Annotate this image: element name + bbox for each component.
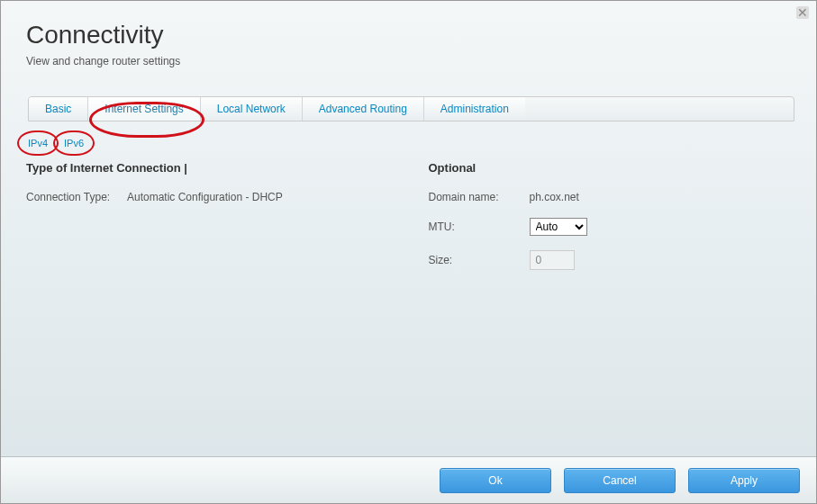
label-connection-type: Connection Type:: [26, 191, 127, 203]
tab-administration[interactable]: Administration: [424, 97, 525, 121]
subtab-ipv6-label: IPv6: [64, 138, 84, 148]
section-title-connection-type: Type of Internet Connection |: [26, 161, 389, 175]
content-body: Type of Internet Connection | Connection…: [1, 156, 816, 284]
left-column: Type of Internet Connection | Connection…: [26, 158, 389, 284]
page-subtitle: View and change router settings: [26, 55, 791, 68]
close-icon[interactable]: ✕: [796, 6, 809, 19]
input-size: [530, 250, 575, 270]
row-connection-type: Connection Type: Automatic Configuration…: [26, 191, 389, 203]
row-size: Size:: [429, 250, 792, 270]
section-title-optional: Optional: [429, 161, 792, 175]
cancel-button[interactable]: Cancel: [564, 468, 676, 493]
ok-button[interactable]: Ok: [440, 468, 551, 493]
sub-tabs: IPv4 IPv6: [24, 136, 816, 150]
connectivity-window: ✕ Connectivity View and change router se…: [0, 0, 817, 504]
subtab-ipv6[interactable]: IPv6: [60, 136, 87, 150]
value-domain-name: ph.cox.net: [530, 191, 579, 203]
value-connection-type: Automatic Configuration - DHCP: [127, 191, 283, 203]
label-mtu: MTU:: [429, 220, 530, 233]
tab-advanced-routing[interactable]: Advanced Routing: [303, 97, 424, 121]
page-title: Connectivity: [26, 21, 791, 50]
main-tabs: Basic Internet Settings Local Network Ad…: [28, 96, 794, 122]
select-mtu[interactable]: Auto: [530, 218, 587, 236]
label-domain-name: Domain name:: [429, 191, 530, 203]
right-column: Optional Domain name: ph.cox.net MTU: Au…: [389, 158, 792, 284]
header: Connectivity View and change router sett…: [1, 1, 816, 76]
footer: Ok Cancel Apply: [1, 456, 816, 503]
subtab-ipv4[interactable]: IPv4: [24, 136, 51, 150]
tab-basic[interactable]: Basic: [29, 97, 88, 121]
apply-button[interactable]: Apply: [688, 468, 800, 493]
subtab-ipv4-label: IPv4: [28, 138, 48, 148]
tab-local-network[interactable]: Local Network: [201, 97, 303, 121]
tab-internet-settings[interactable]: Internet Settings: [88, 97, 200, 121]
row-mtu: MTU: Auto: [429, 218, 792, 236]
row-domain-name: Domain name: ph.cox.net: [429, 191, 792, 203]
label-size: Size:: [429, 254, 530, 266]
